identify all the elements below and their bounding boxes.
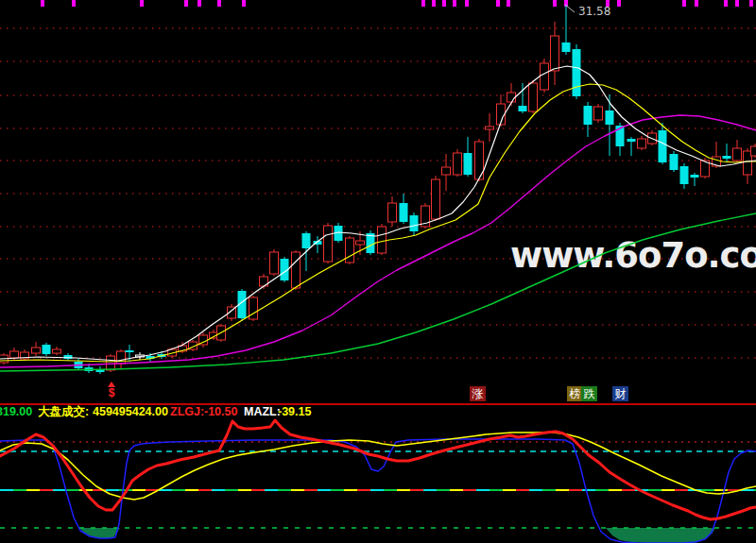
zlgj-label: ZLGJ: — [170, 405, 204, 419]
signal-marker: $ — [104, 382, 119, 399]
high-marker: 31.58 — [565, 5, 610, 18]
ma-lines-layer — [0, 66, 756, 371]
status-button-zhang[interactable]: 涨 — [470, 386, 486, 401]
zlgj-value: -10.50 — [204, 405, 237, 419]
chart-canvas: www.6o7o.com 31.58 — [0, 0, 756, 543]
candles-layer — [0, 5, 756, 374]
ma-line-white — [0, 66, 756, 361]
lower-line-red — [0, 420, 756, 519]
mazl-label: MAZL: — [244, 405, 281, 419]
status-button-cai[interactable]: 财 — [612, 386, 628, 401]
ma-line-yellow — [0, 84, 756, 362]
status-button-die[interactable]: 跌 — [581, 386, 597, 401]
left-value: 319.00 — [0, 405, 32, 419]
dollar-signal-label: $ — [104, 387, 119, 399]
indicator-header: 319.00 大盘成交: 459495424.00 ZLGJ: -10.50 M… — [0, 405, 756, 419]
lower-indicator-layer — [0, 420, 756, 543]
stock-chart-screen: www.6o7o.com 31.58 $ 涨 榜 跌 财 319.00 大盘成交… — [0, 0, 756, 543]
high-price-label: 31.58 — [578, 5, 610, 18]
tick-marks-layer — [41, 0, 753, 7]
market-volume-value: 459495424.00 — [93, 405, 168, 419]
watermark: www.6o7o.com — [510, 235, 756, 276]
market-volume-label: 大盘成交: — [38, 405, 89, 419]
grid-layer — [0, 28, 756, 358]
mazl-value: -39.15 — [278, 405, 311, 419]
